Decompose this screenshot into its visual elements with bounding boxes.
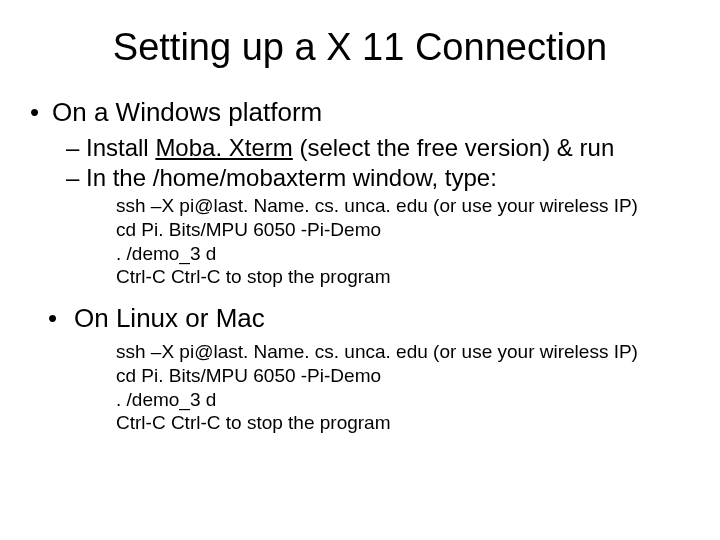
bullet-dot-icon: • [30,97,52,128]
bullet-dash-icon: – [66,164,86,192]
slide-title: Setting up a X 11 Connection [30,26,690,69]
bullet-linux-mac: •On Linux or Mac [48,303,690,334]
bullet-dot-icon: • [48,303,74,334]
cmd-line: Ctrl-C Ctrl-C to stop the program [116,411,690,435]
commands-windows: ssh –X pi@last. Name. cs. unca. edu (or … [116,194,690,289]
subbullet-install: –Install Moba. Xterm (select the free ve… [66,134,690,162]
commands-linux: ssh –X pi@last. Name. cs. unca. edu (or … [116,340,690,435]
bullet-windows-text: On a Windows platform [52,97,322,127]
cmd-line: ssh –X pi@last. Name. cs. unca. edu (or … [116,340,690,364]
bullet-dash-icon: – [66,134,86,162]
cmd-line: cd Pi. Bits/MPU 6050 -Pi-Demo [116,364,690,388]
subbullet-install-pre: Install [86,134,155,161]
cmd-line: Ctrl-C Ctrl-C to stop the program [116,265,690,289]
bullet-linux-mac-text: On Linux or Mac [74,303,265,333]
mobaxterm-link[interactable]: Moba. Xterm [155,134,292,161]
cmd-line: . /demo_3 d [116,388,690,412]
cmd-line: . /demo_3 d [116,242,690,266]
subbullet-type-text: In the /home/mobaxterm window, type: [86,164,497,191]
subbullet-install-post: (select the free version) & run [293,134,614,161]
bullet-windows: •On a Windows platform [30,97,690,128]
subbullet-type: –In the /home/mobaxterm window, type: [66,164,690,192]
cmd-line: cd Pi. Bits/MPU 6050 -Pi-Demo [116,218,690,242]
slide: Setting up a X 11 Connection •On a Windo… [0,0,720,540]
cmd-line: ssh –X pi@last. Name. cs. unca. edu (or … [116,194,690,218]
